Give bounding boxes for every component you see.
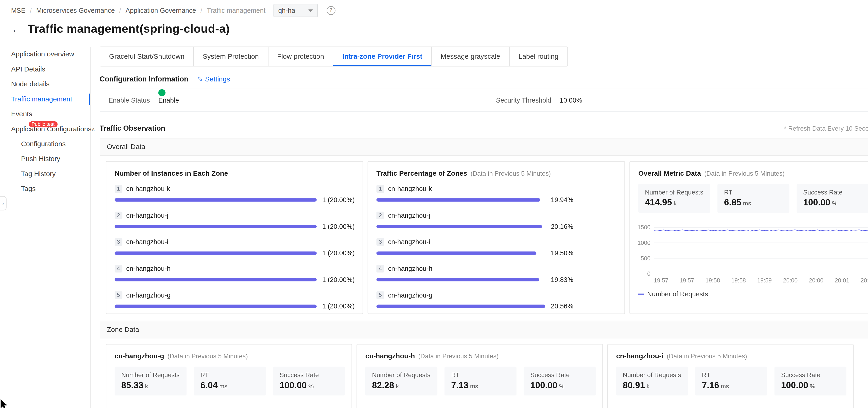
stat-label: Success Rate [530,372,589,378]
card-title: Number of Instances in Each Zone [115,169,228,177]
rank-badge: 5 [376,291,384,299]
refresh-note: * Refresh Data Every 10 Seconds [784,125,868,132]
zone-card-cn-hangzhou-g: cn-hangzhou-g (Data in Previous 5 Minute… [106,344,352,408]
sidebar-item-label: Configurations [21,137,66,151]
check-circle-icon: ✓ [158,89,166,96]
x-tick: 19:58 [732,277,746,284]
zone-name: cn-hangzhou-k [388,185,432,193]
enable-status-label: Enable Status [108,89,150,111]
sidebar-subitem-tags[interactable]: Tags [0,182,90,197]
sidebar-item-application-configurations[interactable]: Public test Application Configurations ∧ [0,122,90,137]
stat-box-number-of-requests: Number of Requests 82.28k [365,367,437,396]
stat-value: 7.13 [451,381,468,390]
help-icon[interactable]: ? [327,6,335,15]
chart-legend[interactable]: Number of Requests [638,290,868,298]
bar [376,198,540,201]
overall-cards-row: Number of Instances in Each Zone 1cn-han… [100,156,868,321]
x-tick: 19:58 [705,277,720,284]
bar-value: 1 (20.00%) [322,302,355,310]
rank-badge: 2 [376,212,384,219]
rank-badge: 3 [376,238,384,246]
page-title-row: ← Traffic management(spring-cloud-a) [11,22,230,35]
sidebar-item-traffic-management[interactable]: Traffic management [0,92,90,107]
traffic-observation-title: Traffic Observation [100,124,165,133]
sidebar-subitem-tag-history[interactable]: Tag History [0,167,90,181]
legend-line-icon [638,294,644,295]
overall-data-panel: Overall Data Number of Instances in Each… [100,138,868,321]
zone-card-cn-hangzhou-i: cn-hangzhou-i (Data in Previous 5 Minute… [607,344,854,408]
stat-value: 100.00 [803,198,830,207]
settings-button[interactable]: ✎ Settings [197,75,230,83]
tab-bar: Graceful Start/Shutdown System Protectio… [100,47,568,66]
bar-track [115,198,317,201]
card-title: Overall Metric Data [638,169,701,177]
stat-unit: ms [470,383,478,389]
sidebar-item-api-details[interactable]: API Details [0,62,90,77]
tab-graceful-start-shutdown[interactable]: Graceful Start/Shutdown [100,47,194,66]
zone-card-title: cn-hangzhou-h [365,352,415,360]
zone-card-cn-hangzhou-h: cn-hangzhou-h (Data in Previous 5 Minute… [356,344,603,408]
zone-data-panel-header: Zone Data [100,321,868,339]
zone-bar-row: 3cn-hangzhou-i 1 (20.00%) [115,238,354,257]
bar [376,225,542,228]
y-tick: 1500 [638,225,650,230]
legend-label: Number of Requests [647,290,708,298]
sidebar-collapse-handle[interactable]: › [0,196,7,210]
tab-system-protection[interactable]: System Protection [194,47,268,66]
bar-value: 19.94% [551,196,574,204]
stat-value: 85.33 [121,381,144,390]
tab-label-routing[interactable]: Label routing [509,47,567,66]
bar-track [115,305,317,308]
bar-track [115,251,317,255]
stat-box-success-rate: Success Rate 100.00% [775,367,846,396]
bar-track [376,225,545,228]
tab-flow-protection[interactable]: Flow protection [268,47,334,66]
zone-bar-row: 5cn-hangzhou-g 1 (20.00%) [115,291,354,310]
bar-track [376,278,545,281]
sidebar-subitem-push-history[interactable]: Push History [0,152,90,167]
zone-bar-row: 1cn-hangzhou-k 1 (20.00%) [115,185,354,204]
zone-name: cn-hangzhou-j [388,212,430,219]
breadcrumb-item-microservices-governance[interactable]: Microservices Governance [36,7,115,14]
rank-badge: 1 [115,185,122,193]
sidebar-item-application-overview[interactable]: Application overview [0,47,90,62]
sidebar-item-node-details[interactable]: Node details [0,77,90,92]
zone-bar-row: 2cn-hangzhou-j 1 (20.00%) [115,212,354,230]
y-tick: 500 [641,255,650,261]
zone-name: cn-hangzhou-k [126,185,170,193]
card-subtitle: (Data in Previous 5 Minutes) [704,170,784,177]
stat-label: Success Rate [803,189,862,196]
breadcrumb-separator: / [30,7,32,14]
stat-label: RT [702,372,761,378]
bar [376,278,539,281]
zone-bar-row: 5cn-hangzhou-g 20.56% [376,291,616,310]
mouse-cursor-icon [0,400,10,408]
breadcrumb-item-application-governance[interactable]: Application Governance [125,7,196,14]
zone-data-panel: Zone Data cn-hangzhou-g (Data in Previou… [100,321,868,408]
sidebar-item-label: API Details [11,62,45,77]
stat-label: Number of Requests [623,372,682,378]
env-selector-dropdown[interactable]: qh-ha [273,4,317,17]
stat-box-success-rate: Success Rate 100.00% [273,367,345,396]
back-arrow-icon[interactable]: ← [11,23,22,34]
overall-metric-card: Overall Metric Data (Data in Previous 5 … [629,161,868,314]
section-title: Configuration Information [100,75,189,83]
stat-label: RT [724,189,783,196]
settings-label: Settings [205,75,230,83]
breadcrumb-item-mse[interactable]: MSE [11,7,26,14]
tab-intra-zone-provider-first[interactable]: Intra-zone Provider First [334,47,432,66]
zone-name: cn-hangzhou-i [126,238,168,246]
sidebar-item-events[interactable]: Events [0,107,90,122]
bar [376,251,536,255]
zone-card-title: cn-hangzhou-i [616,352,663,360]
stat-value: 100.00 [530,381,557,390]
sidebar-subitem-configurations[interactable]: Configurations [0,137,90,151]
sidebar-item-label: Application overview [11,47,74,62]
chevron-up-icon[interactable]: ∧ [91,122,95,137]
x-tick: 20:01 [861,277,868,284]
x-tick: 19:59 [757,277,772,284]
configuration-information-header: Configuration Information ✎ Settings [100,75,868,83]
app-window: MSE / Microservices Governance / Applica… [0,0,868,408]
tab-message-grayscale[interactable]: Message grayscale [432,47,509,66]
stat-value: 80.91 [623,381,645,390]
